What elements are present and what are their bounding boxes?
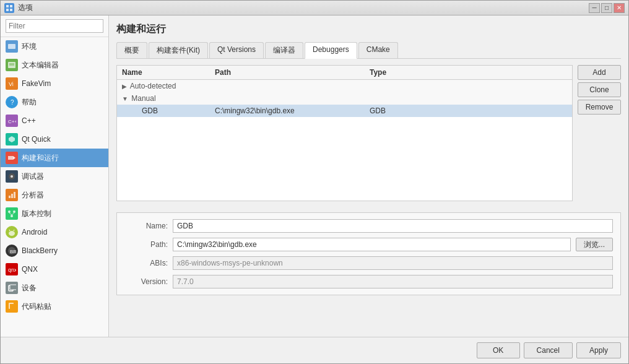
name-input[interactable] (173, 219, 613, 233)
fakevim-icon: Vi (6, 77, 18, 90)
abis-input (173, 256, 613, 270)
tab-qtversions[interactable]: Qt Versions (209, 42, 264, 58)
browse-button[interactable]: 浏览... (576, 238, 613, 251)
cancel-button[interactable]: Cancel (524, 342, 573, 358)
remove-button[interactable]: Remove (578, 100, 621, 115)
device-icon (6, 282, 18, 294)
svg-rect-32 (10, 285, 16, 290)
col-name: Name (122, 68, 215, 77)
svg-point-22 (11, 215, 13, 217)
sidebar-item-vcs[interactable]: 版本控制 (1, 204, 108, 223)
minimize-button[interactable]: ─ (589, 3, 600, 13)
qtquick-icon (6, 133, 18, 145)
table-row-gdb[interactable]: GDB C:\mingw32\bin\gdb.exe GDB (117, 105, 572, 117)
bb-icon: BB (6, 245, 18, 257)
main-content: 环境 文本编辑器 Vi FakeVim ? (1, 15, 628, 337)
filter-input[interactable] (6, 19, 103, 33)
tab-kits[interactable]: 构建套件(Kit) (149, 42, 208, 58)
sidebar-list: 环境 文本编辑器 Vi FakeVim ? (1, 37, 108, 337)
sidebar-item-environment[interactable]: 环境 (1, 37, 108, 56)
svg-rect-19 (14, 192, 15, 198)
clone-button[interactable]: Clone (578, 82, 621, 97)
svg-rect-0 (6, 5, 9, 7)
cell-path-gdb: C:\mingw32\bin\gdb.exe (215, 106, 370, 115)
path-label: Path: (124, 240, 168, 249)
sidebar-label-fakevim: FakeVim (22, 79, 51, 88)
title-controls: ─ □ ✕ (589, 3, 625, 13)
bottom-bar: OK Cancel Apply (1, 337, 628, 363)
sidebar-item-cpp[interactable]: C++ C++ (1, 111, 108, 130)
sidebar-label-vcs: 版本控制 (22, 209, 51, 219)
sidebar-item-blackberry[interactable]: BB BlackBerry (1, 241, 108, 260)
sidebar-item-android[interactable]: Android (1, 223, 108, 241)
tab-overview[interactable]: 概要 (116, 42, 147, 58)
tab-compiler[interactable]: 编译器 (265, 42, 303, 58)
tab-bar: 概要 构建套件(Kit) Qt Versions 编译器 Debuggers C… (116, 42, 621, 59)
svg-rect-17 (9, 196, 11, 198)
sidebar-label-blackberry: BlackBerry (22, 246, 58, 255)
path-input[interactable] (173, 238, 571, 251)
maximize-button[interactable]: □ (601, 3, 612, 13)
sidebar-item-codepaste[interactable]: 代码粘贴 (1, 297, 108, 316)
arrow-autodetected: ▶ (122, 83, 127, 90)
close-button[interactable]: ✕ (614, 3, 625, 13)
svg-marker-14 (13, 156, 15, 160)
abis-label: ABIs: (124, 259, 168, 267)
sidebar-label-cpp: C++ (22, 116, 36, 125)
sidebar-item-help[interactable]: ? 帮助 (1, 93, 108, 111)
sidebar-item-build[interactable]: 构建和运行 (1, 149, 108, 167)
sidebar-item-qtquick[interactable]: Qt Quick (1, 130, 108, 149)
sidebar-item-fakevim[interactable]: Vi FakeVim (1, 74, 108, 93)
ok-button[interactable]: OK (477, 342, 520, 358)
name-label: Name: (124, 222, 168, 230)
svg-rect-1 (10, 5, 12, 7)
android-icon (6, 226, 18, 238)
table-body: ▶ Auto-detected ▼ Manual G (117, 80, 572, 201)
options-window: 选项 ─ □ ✕ 环境 (0, 0, 629, 364)
svg-text:qnx: qnx (8, 267, 16, 273)
tab-debuggers[interactable]: Debuggers (305, 42, 357, 59)
sidebar-label-help: 帮助 (22, 97, 37, 108)
detail-abis-row: ABIs: (124, 256, 613, 270)
group-autodetected-label: Auto-detected (130, 82, 176, 90)
svg-rect-18 (11, 194, 13, 198)
sidebar-label-environment: 环境 (22, 41, 37, 52)
svg-text:?: ? (11, 99, 14, 106)
filter-bar (1, 15, 108, 37)
cell-type-gdb: GDB (370, 106, 567, 115)
svg-rect-13 (8, 156, 13, 160)
text-icon (6, 59, 18, 71)
env-icon (6, 40, 18, 53)
debug-icon (6, 170, 18, 183)
window-title: 选项 (18, 2, 33, 13)
version-label: Version: (124, 277, 168, 286)
action-buttons: Add Clone Remove (578, 65, 621, 201)
detail-version-row: Version: (124, 275, 613, 288)
group-manual[interactable]: ▼ Manual (117, 92, 572, 105)
apply-button[interactable]: Apply (576, 342, 621, 358)
sidebar-item-debug[interactable]: 调试器 (1, 167, 108, 186)
sidebar-label-qnx: QNX (22, 265, 38, 274)
title-bar-left: 选项 (4, 2, 33, 13)
tab-content-debuggers: Name Path Type ▶ Auto-detected (116, 65, 621, 329)
sidebar-item-qnx[interactable]: qnx QNX (1, 260, 108, 279)
help-icon: ? (6, 96, 18, 108)
add-button[interactable]: Add (578, 65, 621, 80)
col-path: Path (215, 68, 370, 77)
title-bar: 选项 ─ □ ✕ (1, 1, 628, 15)
detail-section: Name: Path: 浏览... ABIs: (116, 212, 621, 295)
svg-point-21 (13, 210, 15, 213)
qnx-icon: qnx (6, 263, 18, 275)
window-icon (4, 3, 14, 13)
tab-cmake[interactable]: CMake (358, 42, 398, 58)
panel-title: 构建和运行 (116, 23, 621, 36)
sidebar-item-devices[interactable]: 设备 (1, 279, 108, 297)
detail-path-row: Path: 浏览... (124, 238, 613, 251)
sidebar-item-analyze[interactable]: 分析器 (1, 186, 108, 204)
debugger-table: Name Path Type ▶ Auto-detected (116, 65, 573, 201)
sidebar-label-codepaste: 代码粘贴 (22, 301, 51, 312)
cell-name-gdb: GDB (122, 106, 215, 115)
sidebar-item-texteditor[interactable]: 文本编辑器 (1, 56, 108, 74)
svg-text:Vi: Vi (9, 81, 14, 87)
group-autodetected[interactable]: ▶ Auto-detected (117, 80, 572, 92)
